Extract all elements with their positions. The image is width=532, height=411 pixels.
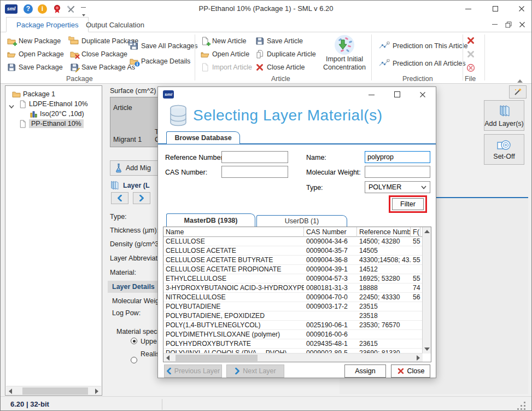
table-row[interactable]: POLYBUTADIENE 0009003-17-2 23515 (163, 302, 431, 311)
wizard-button[interactable] (509, 85, 527, 99)
tab-browse-database[interactable]: Browse Database (166, 131, 240, 144)
prediction-this-article-button[interactable]: Prediction on This Article (379, 41, 467, 51)
close-package-button[interactable]: Close Package (70, 49, 127, 59)
save-package-as-button[interactable]: Save Package As (70, 62, 135, 72)
table-row[interactable]: POLYDIMETHYLSILOXANE (polymer) 0009016-0… (163, 330, 431, 339)
info-icon[interactable]: i (38, 4, 47, 14)
chevron-left-icon (166, 368, 172, 374)
table-hscrollbar-thumb[interactable] (176, 355, 258, 361)
previous-layer-nav-button[interactable] (111, 192, 128, 204)
article-group-label: Article (271, 75, 290, 83)
table-row[interactable]: CELLULOSE ACETATE PROPIONATE 0009004-39-… (163, 265, 431, 274)
new-package-button[interactable]: New Package (7, 36, 61, 46)
table-vscrollbar[interactable] (422, 227, 431, 354)
close-button[interactable]: Close (391, 364, 430, 378)
name-label: Name: (306, 154, 326, 161)
prediction-group-label: Prediction (402, 75, 433, 83)
file-exit-icon[interactable] (466, 63, 475, 72)
package-folder-icon (12, 90, 21, 99)
type-combobox[interactable]: POLYMER (365, 181, 430, 193)
dialog-minimize-button[interactable] (369, 95, 375, 95)
package-details-button[interactable]: Package Details (130, 56, 190, 66)
duplicate-article-button[interactable]: Duplicate Article (255, 49, 316, 59)
file-group-label: File (465, 75, 476, 83)
layer-type-label: Type: (110, 213, 127, 221)
tree-expander-icon[interactable] (9, 101, 14, 111)
table-row[interactable]: CELLULOSE ACETATE BUTYRATE 0009004-36-8 … (163, 256, 431, 265)
tab-userdb[interactable]: UserDB (1) (256, 215, 347, 227)
open-article-button[interactable]: Open Article (201, 49, 249, 59)
tree-item-package[interactable]: Package 1 (12, 89, 55, 99)
add-layers-button[interactable]: Add Layer(s) (484, 100, 524, 131)
import-initial-concentration-button[interactable]: Import Initial Concentration (323, 34, 366, 72)
tree-hscrollbar[interactable] (6, 386, 101, 395)
table-row[interactable]: 3-HYDROXYBUTANOIC ACID-3-HYDROXYPENTAN..… (163, 283, 431, 293)
ribbon: New Package Open Package Save Package Du… (1, 32, 531, 84)
window-minimize-button[interactable] (460, 3, 476, 14)
chevron-right-icon (235, 368, 240, 374)
reference-number-input[interactable] (221, 151, 288, 163)
tree-item-iso-condition[interactable]: Iso(20°C ,10d) (30, 109, 84, 119)
tab-masterdb[interactable]: MasterDB (1938) (166, 213, 255, 227)
prediction-all-articles-button[interactable]: Prediction on All Articles (379, 59, 465, 68)
save-all-packages-button[interactable]: Save All Packages (130, 41, 198, 51)
help-icon[interactable]: ? (24, 4, 33, 14)
radio-realistic-label: Realis (141, 350, 160, 358)
window-title: PP-Ethanol 10% (Package 1) - SML v 6.20 (1, 4, 531, 13)
mdi-restore-button[interactable] (505, 21, 512, 28)
set-off-button[interactable]: Set-Off (484, 134, 524, 165)
radio-realistic[interactable] (131, 357, 137, 363)
table-row[interactable]: POLYBUTADIENE, EPOXIDIZED 23518 (163, 311, 431, 321)
cas-number-label: CAS Number: (165, 169, 207, 176)
database-icon (169, 105, 188, 126)
reference-number-label: Reference Number: (165, 154, 225, 161)
layer-details-section[interactable]: Layer Details (108, 281, 158, 293)
dialog-heading: Selecting Layer Material(s) (193, 107, 383, 124)
filter-button[interactable]: Filter (392, 198, 424, 210)
app-window: PP-Ethanol 10% (Package 1) - SML v 6.20 … (0, 0, 532, 411)
window-maximize-button[interactable] (487, 3, 504, 14)
table-row[interactable]: ETHYLCELLULOSE 0009004-57-3 16925; 53280… (163, 274, 431, 283)
close-article-button[interactable]: Close Article (255, 62, 305, 72)
dialog-maximize-button[interactable] (394, 91, 400, 97)
tab-output-calculation[interactable]: Output Calculation (76, 17, 154, 32)
chevron-down-icon (421, 186, 426, 189)
magic-wand-icon (513, 87, 523, 97)
import-concentration-icon (334, 34, 355, 55)
selecting-layer-material-dialog: sml Selecting Layer Material(s) Browse D… (157, 86, 436, 378)
table-row[interactable]: POLYHYDROXYBUTYRATE 0029435-48-1 23615 (163, 339, 431, 349)
license-award-icon[interactable] (52, 4, 62, 14)
mdi-close-button[interactable] (519, 21, 525, 28)
qat-more-icon[interactable] (81, 7, 86, 8)
table-row[interactable]: POLY(1,4-BUTYLENEGLYCOL) 0025190-06-1 23… (163, 321, 431, 330)
tree-item-article-pp-selected[interactable]: PP-Ethanol 10% (19, 119, 84, 129)
cas-number-input[interactable] (221, 166, 288, 178)
table-row[interactable]: NITROCELLULOSE 0009004-70-0 22450; 43330… (163, 293, 431, 302)
table-hscrollbar[interactable] (163, 353, 423, 362)
tree-item-article-ldpe[interactable]: LDPE-Ethanol 10% (19, 99, 88, 109)
molecular-weight-input[interactable] (365, 166, 430, 178)
grid-migrant-cell: Migrant 1 (113, 136, 142, 143)
add-migrant-button[interactable]: Add Mig (110, 160, 162, 176)
open-package-button[interactable]: Open Package (7, 49, 64, 59)
flask-icon (115, 163, 122, 173)
mdi-minimize-button[interactable] (492, 24, 498, 25)
tree-hscrollbar-thumb[interactable] (22, 387, 88, 395)
tools-icon[interactable] (67, 5, 75, 14)
next-layer-nav-button[interactable] (133, 192, 150, 204)
resize-grip[interactable] (517, 401, 525, 410)
window-close-button[interactable] (513, 3, 530, 14)
table-row[interactable]: CELLULOSE ACETATE 0009004-35-7 14505 (163, 246, 431, 256)
name-input[interactable] (365, 151, 430, 163)
save-package-button[interactable]: Save Package (7, 62, 63, 72)
workspace: Package 1 LDPE-Ethanol 10% Iso(20°C ,10d… (1, 84, 531, 396)
assign-button[interactable]: Assign (344, 364, 386, 378)
new-article-button[interactable]: New Article (201, 36, 247, 46)
dialog-close-x-button[interactable] (419, 91, 426, 98)
file-close-icon[interactable] (466, 36, 475, 45)
save-article-button[interactable]: Save Article (255, 36, 303, 46)
table-row[interactable]: CELLULOSE 0009004-34-6 14500; 43280 55 (163, 237, 431, 246)
molecular-weight-dialog-label: Molecular Weight: (306, 169, 361, 176)
table-header-row[interactable]: Name CAS Number Reference Number F( (163, 227, 431, 237)
radio-upper[interactable] (131, 338, 137, 344)
